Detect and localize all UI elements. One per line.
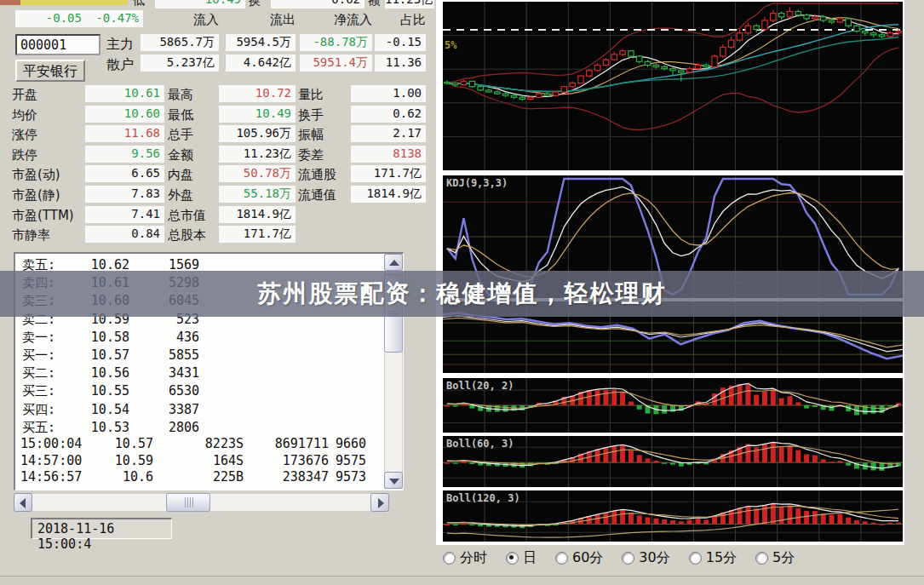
price-change-box: -0.05 -0.47% <box>15 10 143 27</box>
radio-selected-dot <box>509 555 514 559</box>
quote-value: 10.60 <box>85 106 164 123</box>
trade-amount: 238347 <box>252 469 329 485</box>
clipped-price-row <box>0 0 128 5</box>
quote-value: 10.61 <box>85 85 164 102</box>
thumb-grip <box>185 497 186 508</box>
level-name: 买五: <box>22 420 55 436</box>
period-radio-label: 5分 <box>772 549 795 567</box>
period-radio-60分[interactable]: 60分 <box>555 549 603 567</box>
kdj-label: KDJ(9,3,3) <box>446 177 508 189</box>
trade-amount: 173676 <box>252 453 329 468</box>
stock-name-box: 平安银行 <box>15 60 85 82</box>
quote-value: 8138 <box>351 146 426 163</box>
trade-time: 15:00:04 <box>20 436 82 451</box>
quote-value: 1.00 <box>351 85 426 102</box>
quote-label: 量比 <box>298 87 351 103</box>
quote-label: 换手 <box>298 107 351 123</box>
flow-value: 5865.7万 <box>141 34 219 51</box>
boll60-chart[interactable]: Boll(60, 3) <box>443 436 903 487</box>
chevron-up-icon <box>389 260 399 266</box>
flow-value: -0.15 <box>375 34 426 51</box>
quote-label: 开盘 <box>12 87 83 103</box>
scroll-right-button[interactable] <box>370 493 389 512</box>
flow-value: 5.237亿 <box>141 54 219 72</box>
order-book-row: 买五:10.532806 <box>15 420 382 438</box>
level-price: 10.56 <box>70 365 129 381</box>
period-radio-label: 日 <box>523 549 537 567</box>
period-radio-分时[interactable]: 分时 <box>443 549 487 567</box>
thumb-grip <box>190 497 191 508</box>
scroll-left-button[interactable] <box>14 493 32 512</box>
trade-seq: 9660 <box>336 436 366 451</box>
flow-row-label: 散户 <box>106 56 134 74</box>
quote-value: 2.17 <box>351 125 426 142</box>
quote-label: 内盘 <box>168 167 217 183</box>
radio-icon <box>622 552 634 565</box>
quote-label: 市盈(动) <box>12 167 83 183</box>
change-value: -0.05 <box>46 11 82 25</box>
quote-value: 171.7亿 <box>219 226 296 243</box>
quote-label: 市盈(TTM) <box>12 208 83 224</box>
quote-value: 105.96万 <box>219 125 296 142</box>
clipped-turnover-value: 0.62 <box>271 0 364 9</box>
chevron-right-icon <box>378 498 384 508</box>
scroll-down-button[interactable] <box>384 472 403 489</box>
level-volume: 436 <box>131 330 199 345</box>
change-percent: -0.47% <box>95 11 139 25</box>
quote-label: 市盈(静) <box>12 187 83 204</box>
flow-header: 流入 <box>141 12 219 28</box>
flow-value: -88.78万 <box>300 34 372 51</box>
scroll-up-button[interactable] <box>384 254 403 271</box>
clipped-amount-label: 额 <box>368 0 380 9</box>
boll120-label: Boll(120, 3) <box>446 492 520 504</box>
period-radio-30分[interactable]: 30分 <box>622 549 669 567</box>
period-radio-label: 15分 <box>706 549 737 567</box>
chevron-left-icon <box>20 498 26 508</box>
trade-price: 10.57 <box>94 436 153 451</box>
flow-header: 流出 <box>226 12 296 28</box>
trade-volume: 164S <box>175 453 244 468</box>
period-radio-15分[interactable]: 15分 <box>689 549 737 567</box>
kline-chart[interactable]: 5% <box>443 2 903 170</box>
period-radio-5分[interactable]: 5分 <box>755 549 795 567</box>
level-volume: 3387 <box>131 402 199 417</box>
level-name: 买四: <box>22 402 55 418</box>
quote-label: 总市值 <box>168 208 217 224</box>
flow-value: 4.642亿 <box>226 54 296 72</box>
quote-value: 10.49 <box>219 106 296 123</box>
clipped-low-label: 低 <box>133 0 145 9</box>
order-book-row: 买四:10.543387 <box>15 402 382 420</box>
thumb-grip <box>192 497 193 508</box>
radio-icon <box>443 552 456 565</box>
level-price: 10.58 <box>70 330 129 345</box>
boll20-chart[interactable]: Boll(20, 2) <box>443 378 903 433</box>
quote-label: 总手 <box>168 127 217 143</box>
promo-banner: 苏州股票配资：稳健增值，轻松理财 <box>0 271 924 317</box>
stock-code-input[interactable] <box>15 34 100 55</box>
order-book-row: 卖一:10.58436 <box>15 330 382 347</box>
period-radio-label: 60分 <box>572 549 603 567</box>
thumb-grip <box>187 497 188 508</box>
quote-value: 6.65 <box>85 165 164 182</box>
period-radio-日[interactable]: 日 <box>506 549 537 567</box>
order-book-row: 买二:10.563431 <box>15 365 382 383</box>
chart-canvas <box>443 2 903 170</box>
tick-log-row: 15:00:0410.578223S86917119660 <box>15 436 382 452</box>
level-volume: 6530 <box>131 383 199 399</box>
boll120-chart[interactable]: Boll(120, 3) <box>443 490 903 542</box>
level-price: 10.54 <box>70 402 129 417</box>
flow-value: 5954.5万 <box>226 34 296 51</box>
radio-icon <box>755 552 768 565</box>
tick-log-row: 14:57:0010.59164S1736769575 <box>15 453 382 469</box>
horizontal-scrollbar-thumb[interactable] <box>166 493 210 512</box>
trade-price: 10.59 <box>94 453 153 468</box>
trade-amount: 8691711 <box>252 436 329 451</box>
flow-row-label: 主力 <box>106 36 134 54</box>
flow-header: 净流入 <box>300 12 372 28</box>
quote-label: 市静率 <box>12 227 83 244</box>
quote-value: 1814.9亿 <box>351 186 426 203</box>
quote-label: 最低 <box>168 107 217 123</box>
bottom-strip <box>0 576 924 585</box>
period-selector: 分时日60分30分15分5分 <box>443 549 813 567</box>
clipped-low-value: 10.49 <box>155 0 245 9</box>
